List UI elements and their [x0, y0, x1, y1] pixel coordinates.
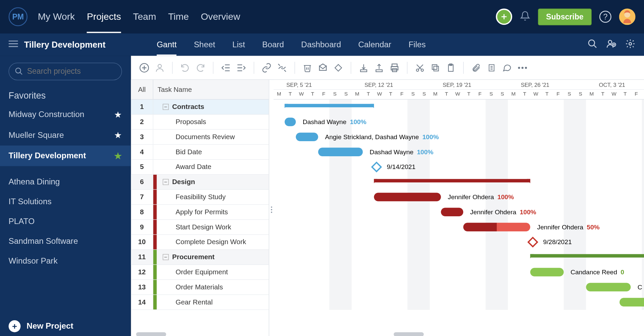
gantt-bar[interactable]: [285, 118, 296, 126]
gantt-label: Candance Reed0: [571, 268, 624, 276]
gantt-summary-bar[interactable]: [285, 104, 374, 110]
gantt-body[interactable]: Dashad Wayne100%Angie Strickland, Dashad…: [273, 100, 644, 310]
link-icon[interactable]: [261, 62, 272, 73]
attach-icon[interactable]: [471, 62, 482, 73]
gantt-scrollbar[interactable]: [394, 332, 424, 336]
gantt-bar[interactable]: [620, 298, 644, 306]
topnav-overview[interactable]: Overview: [201, 1, 240, 33]
gantt-milestone[interactable]: [527, 237, 538, 248]
gantt-summary-bar[interactable]: [374, 179, 530, 185]
redo-icon[interactable]: [195, 62, 206, 73]
copy-icon[interactable]: [430, 62, 441, 73]
help-icon[interactable]: ?: [599, 11, 611, 23]
topnav-team[interactable]: Team: [133, 1, 156, 33]
svg-point-7: [589, 40, 595, 46]
tab-gantt[interactable]: Gantt: [157, 34, 177, 55]
task-row[interactable]: 13Order Materials: [131, 280, 269, 295]
task-row[interactable]: 10Complete Design Work: [131, 235, 269, 250]
star-icon[interactable]: ★: [114, 109, 122, 120]
task-row[interactable]: 2Proposals: [131, 115, 269, 130]
task-row[interactable]: 12Order Equipment: [131, 265, 269, 280]
topnav-projects[interactable]: Projects: [87, 1, 121, 33]
gantt-bar[interactable]: [374, 193, 441, 202]
task-row[interactable]: 6−Design: [131, 175, 269, 190]
menu-toggle-icon[interactable]: [9, 40, 18, 49]
collapse-icon[interactable]: −: [163, 179, 169, 185]
splitter-handle[interactable]: [269, 80, 274, 336]
tab-board[interactable]: Board: [262, 34, 284, 55]
tab-files[interactable]: Files: [409, 34, 426, 55]
delete-icon[interactable]: [302, 62, 313, 73]
assign-icon[interactable]: [154, 62, 165, 73]
tab-calendar[interactable]: Calendar: [358, 34, 391, 55]
task-row[interactable]: 4Bid Date: [131, 145, 269, 160]
tab-dashboard[interactable]: Dashboard: [301, 34, 341, 55]
notifications-icon[interactable]: [520, 10, 530, 23]
task-row[interactable]: 3Documents Review: [131, 130, 269, 145]
project-mueller-square[interactable]: Mueller Square★: [0, 125, 130, 145]
cut-icon[interactable]: [414, 62, 425, 73]
project-tillery-development[interactable]: Tillery Development★: [0, 146, 130, 166]
comment-icon[interactable]: [501, 62, 513, 73]
star-icon[interactable]: ★: [114, 151, 122, 161]
gantt-milestone[interactable]: [371, 162, 382, 173]
tab-list[interactable]: List: [232, 34, 245, 55]
add-member-icon[interactable]: [606, 39, 616, 51]
indent-icon[interactable]: [236, 62, 247, 73]
milestone-icon[interactable]: [333, 62, 344, 73]
subscribe-button[interactable]: Subscribe: [538, 8, 592, 25]
column-task-name[interactable]: Task Name: [153, 80, 269, 99]
undo-icon[interactable]: [179, 62, 191, 73]
task-row[interactable]: 9Start Design Work: [131, 220, 269, 235]
task-row[interactable]: 11−Procurement: [131, 250, 269, 265]
project-athena-dining[interactable]: Athena Dining: [0, 172, 130, 192]
task-name: Design: [172, 178, 195, 186]
outdent-icon[interactable]: [220, 62, 231, 73]
grid-scrollbar[interactable]: [136, 332, 166, 336]
gantt-bar[interactable]: [463, 223, 530, 231]
search-projects-input[interactable]: [9, 63, 122, 80]
settings-icon[interactable]: [625, 39, 636, 51]
user-avatar[interactable]: [619, 9, 636, 25]
add-task-icon[interactable]: [139, 62, 150, 73]
unlink-icon[interactable]: [276, 62, 287, 73]
export-icon[interactable]: [374, 62, 385, 73]
task-row[interactable]: 7Feasibility Study: [131, 190, 269, 205]
search-icon[interactable]: [587, 39, 598, 51]
gantt-summary-bar[interactable]: [530, 254, 644, 260]
tab-sheet[interactable]: Sheet: [194, 34, 215, 55]
task-row[interactable]: 8Apply for Permits: [131, 205, 269, 220]
gantt-bar[interactable]: [441, 208, 464, 217]
collapse-icon[interactable]: −: [163, 254, 169, 260]
project-it-solutions[interactable]: IT Solutions: [0, 192, 130, 212]
gantt-bar[interactable]: [530, 268, 564, 277]
topnav-time[interactable]: Time: [168, 1, 189, 33]
sidebar: Favorites Midway Construction★Mueller Sq…: [0, 56, 131, 336]
import-icon[interactable]: [358, 62, 369, 73]
view-tabs: GanttSheetListBoardDashboardCalendarFile…: [157, 34, 426, 55]
gantt-bar[interactable]: [318, 148, 363, 156]
star-icon[interactable]: ★: [114, 130, 122, 141]
column-all[interactable]: All: [131, 80, 153, 99]
new-project-button[interactable]: + New Project: [0, 313, 130, 336]
gantt-bar[interactable]: [586, 283, 631, 292]
add-button[interactable]: [496, 9, 512, 25]
project-plato[interactable]: PLATO: [0, 212, 130, 231]
notes-icon[interactable]: [486, 62, 497, 73]
project-sandman-software[interactable]: Sandman Software: [0, 231, 130, 251]
task-row[interactable]: 14Gear Rental: [131, 295, 269, 310]
task-row[interactable]: 5Award Date: [131, 160, 269, 175]
project-windsor-park[interactable]: Windsor Park: [0, 251, 130, 271]
print-icon[interactable]: [389, 62, 400, 73]
task-name: Order Equipment: [176, 268, 228, 276]
task-row[interactable]: 1−Contracts: [131, 100, 269, 115]
plus-icon: +: [9, 320, 21, 332]
task-name: Procurement: [172, 253, 214, 261]
collapse-icon[interactable]: −: [163, 104, 169, 110]
project-midway-construction[interactable]: Midway Construction★: [0, 104, 130, 125]
envelope-icon[interactable]: [317, 62, 328, 73]
gantt-bar[interactable]: [296, 133, 318, 142]
more-icon[interactable]: [517, 62, 528, 73]
paste-icon[interactable]: [445, 62, 456, 73]
topnav-my-work[interactable]: My Work: [38, 1, 75, 33]
